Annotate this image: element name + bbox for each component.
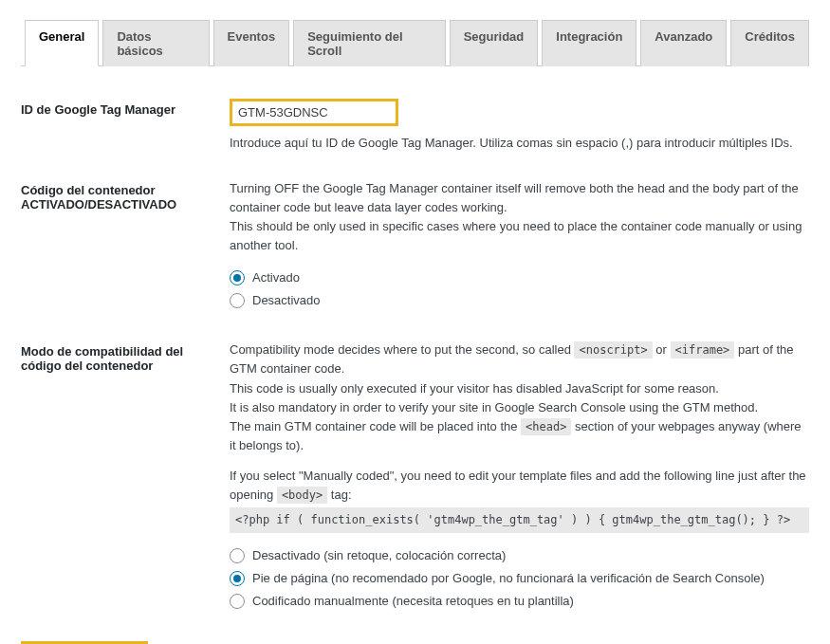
tab-avanzado[interactable]: Avanzado: [640, 20, 727, 66]
container-radio-on-input[interactable]: [230, 270, 245, 285]
container-radio-off-label: Desactivado: [252, 291, 321, 310]
tab-creditos[interactable]: Créditos: [730, 20, 809, 66]
compat-label: Modo de compatibilidad del código del co…: [21, 340, 230, 373]
container-desc-1: Turning OFF the Google Tag Manager conta…: [230, 179, 809, 217]
container-radio-off[interactable]: Desactivado: [230, 291, 809, 310]
compat-radio-off-label: Desactivado (sin retoque, colocación cor…: [252, 546, 506, 565]
compat-paragraph-2: If you select "Manually coded", you need…: [230, 467, 809, 505]
noscript-code: <noscript>: [574, 341, 652, 359]
tab-seguridad[interactable]: Seguridad: [450, 20, 539, 66]
compat-radio-footer-label: Pie de página (no recomendado por Google…: [252, 569, 765, 588]
settings-tabs: General Datos básicos Eventos Seguimient…: [21, 19, 809, 66]
container-radio-on-label: Activado: [252, 268, 300, 287]
tab-eventos[interactable]: Eventos: [213, 20, 290, 66]
tab-integracion[interactable]: Integración: [542, 20, 636, 66]
compat-radio-footer-input[interactable]: [230, 571, 245, 586]
compat-paragraph-1: Compatibility mode decides where to put …: [230, 340, 809, 455]
body-code: <body>: [277, 487, 327, 504]
compat-radio-off-input[interactable]: [230, 548, 245, 563]
gtm-id-input[interactable]: [230, 99, 398, 126]
iframe-code: <iframe>: [671, 341, 735, 359]
head-code: <head>: [521, 418, 571, 435]
compat-radio-off[interactable]: Desactivado (sin retoque, colocación cor…: [230, 546, 809, 565]
compat-radio-manual-label: Codificado manualmente (necesita retoque…: [252, 592, 574, 611]
container-desc-2: This should be only used in specific cas…: [230, 217, 809, 255]
tab-datos-basicos[interactable]: Datos básicos: [102, 20, 209, 66]
gtm-id-desc: Introduce aquí tu ID de Google Tag Manag…: [230, 134, 809, 153]
gtm-id-label: ID de Google Tag Manager: [21, 99, 230, 117]
container-label: Código del contenedor ACTIVADO/DESACTIVA…: [21, 179, 230, 212]
tab-scroll[interactable]: Seguimiento del Scroll: [293, 20, 446, 66]
tab-general[interactable]: General: [25, 20, 99, 66]
compat-radio-manual-input[interactable]: [230, 594, 245, 609]
php-code-block: <?php if ( function_exists( 'gtm4wp_the_…: [230, 507, 809, 533]
container-radio-on[interactable]: Activado: [230, 268, 809, 287]
compat-radio-footer[interactable]: Pie de página (no recomendado por Google…: [230, 569, 809, 588]
compat-radio-manual[interactable]: Codificado manualmente (necesita retoque…: [230, 592, 809, 611]
container-radio-off-input[interactable]: [230, 293, 245, 308]
